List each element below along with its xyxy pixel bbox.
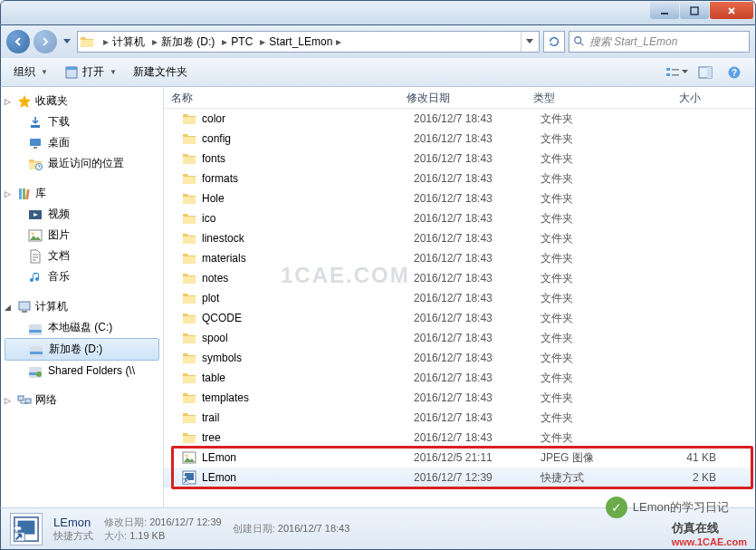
navigation-pane[interactable]: ▷收藏夹 下载 桌面 最近访问的位置 ▷库 视频 图片 文档 音乐 ◢计算机 本… — [1, 87, 164, 507]
preview-pane-button[interactable] — [692, 63, 719, 82]
file-row[interactable]: templates2016/12/7 18:43文件夹 — [164, 388, 755, 408]
computer-group[interactable]: ◢计算机 — [1, 296, 163, 317]
breadcrumb[interactable]: ▸Start_LEmon▸ — [254, 32, 347, 52]
folder-icon — [182, 191, 196, 206]
search-box[interactable]: 搜索 Start_LEmon — [569, 31, 750, 53]
file-row[interactable]: LEmon2016/12/5 21:11JPEG 图像41 KB — [164, 448, 755, 468]
column-type[interactable]: 类型 — [526, 87, 626, 108]
organize-menu[interactable]: 组织▼ — [8, 63, 53, 82]
file-row[interactable]: formats2016/12/7 18:43文件夹 — [164, 169, 755, 188]
file-type: 快捷方式 — [541, 470, 640, 486]
file-name: formats — [202, 172, 414, 185]
sidebar-item-shared-folders[interactable]: Shared Folders (\\ — [1, 361, 163, 381]
folder-icon — [182, 331, 196, 345]
file-type: 文件夹 — [541, 251, 640, 266]
column-headers[interactable]: 名称 修改日期 类型 大小 — [164, 87, 755, 109]
file-name: templates — [202, 391, 414, 404]
file-date: 2016/12/5 21:11 — [414, 451, 541, 464]
svg-rect-29 — [22, 311, 27, 313]
file-row[interactable]: Hole2016/12/7 18:43文件夹 — [164, 188, 755, 208]
command-bar: 组织▼ 打开▼ 新建文件夹 ? — [0, 58, 756, 87]
column-name[interactable]: 名称 — [164, 87, 399, 108]
file-type: 文件夹 — [541, 151, 640, 167]
sidebar-item-drive-d[interactable]: 新加卷 (D:) — [5, 338, 159, 361]
breadcrumb[interactable]: ▸计算机 — [98, 32, 147, 52]
breadcrumb[interactable]: ▸PTC — [216, 32, 254, 52]
svg-rect-14 — [672, 69, 679, 71]
file-row[interactable]: materials2016/12/7 18:43文件夹 — [164, 248, 755, 268]
file-row[interactable]: ico2016/12/7 18:43文件夹 — [164, 208, 755, 228]
file-date: 2016/12/7 18:43 — [414, 112, 541, 125]
sidebar-item-documents[interactable]: 文档 — [1, 246, 163, 266]
file-row[interactable]: tree2016/12/7 18:43文件夹 — [164, 428, 755, 448]
file-row[interactable]: table2016/12/7 18:43文件夹 — [164, 368, 755, 388]
help-button[interactable]: ? — [721, 63, 748, 82]
network-group[interactable]: ▷网络 — [1, 390, 163, 410]
libraries-group[interactable]: ▷库 — [1, 183, 163, 204]
shortcut-icon — [182, 470, 196, 485]
folder-icon — [182, 251, 196, 265]
file-row[interactable]: color2016/12/7 18:43文件夹 — [164, 109, 755, 129]
file-date: 2016/12/7 18:43 — [414, 391, 541, 404]
file-row[interactable]: config2016/12/7 18:43文件夹 — [164, 129, 755, 149]
address-dropdown[interactable] — [521, 32, 537, 52]
folder-icon — [182, 391, 196, 405]
sidebar-item-recent[interactable]: 最近访问的位置 — [1, 153, 163, 174]
back-button[interactable] — [6, 30, 30, 53]
minimize-button[interactable] — [650, 2, 679, 19]
file-row[interactable]: notes2016/12/7 18:43文件夹 — [164, 268, 755, 288]
file-date: 2016/12/7 12:39 — [414, 471, 541, 484]
file-type: JPEG 图像 — [541, 450, 640, 466]
file-type: 文件夹 — [541, 111, 640, 127]
favorites-group[interactable]: ▷收藏夹 — [1, 91, 163, 111]
file-date: 2016/12/7 18:43 — [414, 272, 541, 285]
file-row[interactable]: linestock2016/12/7 18:43文件夹 — [164, 228, 755, 248]
sidebar-item-videos[interactable]: 视频 — [1, 204, 163, 225]
file-type: 文件夹 — [541, 231, 640, 246]
file-row[interactable]: plot2016/12/7 18:43文件夹 — [164, 288, 755, 308]
desktop-icon — [28, 136, 43, 150]
sidebar-item-music[interactable]: 音乐 — [1, 266, 163, 287]
file-row[interactable]: LEmon2016/12/7 12:39快捷方式2 KB — [164, 468, 755, 487]
file-date: 2016/12/7 18:43 — [414, 332, 541, 344]
file-type: 文件夹 — [541, 331, 640, 346]
close-button[interactable] — [710, 2, 753, 19]
recent-icon — [28, 157, 43, 171]
view-options-button[interactable] — [663, 63, 690, 82]
file-type: 文件夹 — [541, 131, 640, 147]
sidebar-item-downloads[interactable]: 下载 — [1, 111, 163, 132]
maximize-button[interactable] — [680, 2, 709, 19]
file-date: 2016/12/7 18:43 — [414, 431, 541, 444]
picture-icon — [28, 228, 43, 243]
file-name: tree — [202, 431, 414, 444]
svg-text:?: ? — [732, 68, 737, 78]
file-row[interactable]: symbols2016/12/7 18:43文件夹 — [164, 348, 755, 368]
file-date: 2016/12/7 18:43 — [414, 192, 541, 205]
column-date[interactable]: 修改日期 — [399, 87, 526, 108]
sidebar-item-pictures[interactable]: 图片 — [1, 225, 163, 246]
folder-icon — [182, 410, 196, 425]
refresh-button[interactable] — [543, 31, 565, 53]
file-row[interactable]: spool2016/12/7 18:43文件夹 — [164, 328, 755, 348]
column-size[interactable]: 大小 — [626, 87, 716, 108]
music-icon — [28, 270, 43, 285]
file-type: 文件夹 — [541, 311, 640, 326]
download-icon — [28, 115, 43, 130]
file-name: materials — [202, 252, 414, 265]
breadcrumb[interactable]: ▸新加卷 (D:) — [147, 32, 216, 52]
new-folder-button[interactable]: 新建文件夹 — [128, 63, 193, 82]
file-date: 2016/12/7 18:43 — [414, 292, 541, 304]
svg-rect-13 — [666, 73, 670, 76]
open-button[interactable]: 打开▼ — [59, 63, 122, 82]
sidebar-item-desktop[interactable]: 桌面 — [1, 132, 163, 153]
file-list[interactable]: color2016/12/7 18:43文件夹config2016/12/7 1… — [164, 109, 755, 507]
file-row[interactable]: QCODE2016/12/7 18:43文件夹 — [164, 308, 755, 328]
history-dropdown[interactable] — [61, 30, 73, 53]
file-row[interactable]: trail2016/12/7 18:43文件夹 — [164, 408, 755, 428]
sidebar-item-drive-c[interactable]: 本地磁盘 (C:) — [1, 317, 163, 338]
address-bar[interactable]: ▸计算机 ▸新加卷 (D:) ▸PTC ▸Start_LEmon▸ — [77, 31, 540, 53]
details-created: 创建日期: 2016/12/7 18:43 — [233, 522, 350, 536]
forward-button[interactable] — [33, 30, 57, 53]
details-type: 快捷方式 — [53, 529, 93, 543]
file-row[interactable]: fonts2016/12/7 18:43文件夹 — [164, 149, 755, 169]
